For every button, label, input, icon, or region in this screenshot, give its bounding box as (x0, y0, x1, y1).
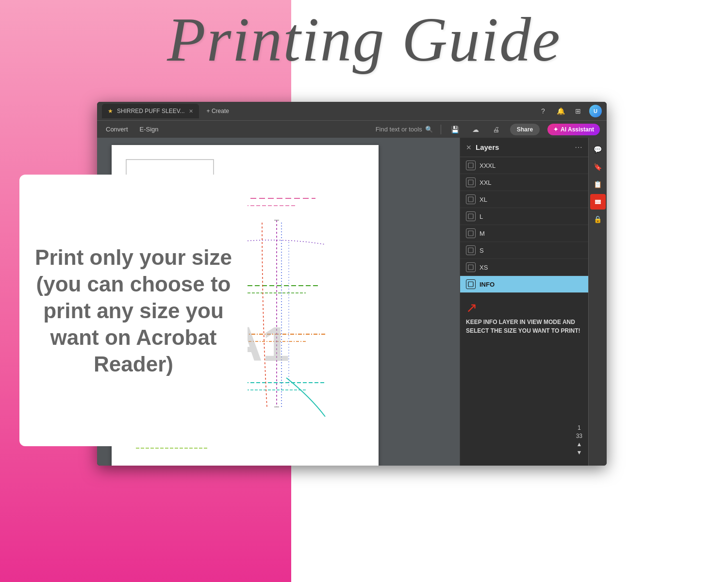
layers-panel: ✕ Layers ⋯ XXXL XXL (460, 138, 588, 466)
svg-rect-26 (595, 203, 601, 204)
layer-name-xxxl: XXXL (480, 162, 496, 169)
print-icon[interactable]: 🖨 (490, 123, 502, 136)
esign-button[interactable]: E-Sign (138, 125, 161, 134)
copy-icon[interactable]: 📋 (590, 177, 606, 192)
info-card: Print only your size (you can choose to … (19, 175, 248, 446)
layer-name-xs: XS (480, 264, 488, 271)
layer-item-l[interactable]: L (460, 208, 588, 225)
tab-close-icon[interactable]: ✕ (189, 108, 193, 114)
search-icon[interactable]: 🔍 (425, 126, 433, 133)
layer-item-xxxl[interactable]: XXXL (460, 157, 588, 174)
layer-name-xl: XL (480, 196, 487, 203)
svg-rect-23 (468, 282, 473, 287)
layer-name-info: INFO (480, 281, 495, 288)
save-icon[interactable]: 💾 (449, 123, 462, 136)
total-pages: 33 (576, 433, 582, 439)
page-up-icon[interactable]: ▲ (576, 441, 582, 448)
ai-icon: ✦ (553, 126, 558, 133)
layer-visibility-icon-m[interactable] (466, 228, 476, 238)
info-box: ↗ KEEP INFO LAYER IN VIEW MODE AND SELEC… (460, 293, 588, 342)
arrow-icon: ↗ (466, 300, 582, 316)
layers-header: ✕ Layers ⋯ (460, 138, 588, 157)
notifications-icon[interactable]: 🔔 (554, 105, 567, 117)
layer-item-xl[interactable]: XL (460, 191, 588, 208)
layer-name-l: L (480, 213, 483, 220)
toolbar: Convert E-Sign Find text or tools 🔍 💾 ☁ … (97, 120, 607, 138)
layers-more-button[interactable]: ⋯ (575, 143, 582, 152)
svg-rect-22 (468, 265, 473, 270)
layer-visibility-icon-info[interactable] (466, 279, 476, 289)
layer-item-m[interactable]: M (460, 225, 588, 242)
user-avatar[interactable]: U (589, 105, 602, 117)
layer-visibility-icon-xxl[interactable] (466, 178, 476, 187)
comment-icon[interactable]: 💬 (590, 142, 606, 157)
right-icon-sidebar: 💬 🔖 📋 🔒 (588, 138, 607, 466)
page-navigation: 1 33 ▲ ▼ (576, 424, 582, 456)
layers-icon[interactable] (590, 194, 606, 210)
info-instruction-text: KEEP INFO LAYER IN VIEW MODE AND SELECT … (466, 318, 582, 335)
active-tab[interactable]: ★ SHIRRED PUFF SLEEV... ✕ (102, 104, 199, 118)
ai-label: AI Assistant (561, 126, 594, 133)
page-title: Printing Guide (167, 4, 561, 74)
layers-close-button[interactable]: ✕ (466, 144, 472, 151)
tab-star-icon: ★ (108, 108, 113, 114)
layers-list-panel: ✕ Layers ⋯ XXXL XXL (460, 138, 588, 466)
ai-assistant-button[interactable]: ✦ AI Assistant (547, 124, 600, 135)
layer-name-m: M (480, 230, 485, 237)
layers-title: Layers (476, 143, 571, 151)
convert-button[interactable]: Convert (104, 125, 130, 134)
bookmark-icon[interactable]: 🔖 (590, 159, 606, 175)
layer-visibility-icon-l[interactable] (466, 211, 476, 221)
cloud-icon[interactable]: ☁ (469, 123, 482, 136)
layer-item-xxl[interactable]: XXL (460, 174, 588, 191)
title-area: Printing Guide (97, 5, 631, 74)
share-button[interactable]: Share (510, 124, 540, 135)
title-bar-right: ? 🔔 ⊞ U (537, 105, 602, 117)
svg-rect-18 (468, 197, 473, 202)
layer-visibility-icon-xxxl[interactable] (466, 161, 476, 170)
svg-rect-17 (468, 180, 473, 185)
page-down-icon[interactable]: ▼ (576, 449, 582, 456)
svg-rect-20 (468, 231, 473, 236)
layer-visibility-icon-s[interactable] (466, 245, 476, 255)
search-text[interactable]: Find text or tools (376, 126, 422, 133)
apps-icon[interactable]: ⊞ (572, 105, 584, 117)
current-page[interactable]: 1 (578, 424, 581, 431)
help-icon[interactable]: ? (537, 105, 549, 117)
title-bar: ★ SHIRRED PUFF SLEEV... ✕ + Create ? 🔔 ⊞… (97, 102, 607, 120)
layer-visibility-icon-xl[interactable] (466, 194, 476, 204)
layer-name-xxl: XXL (480, 179, 492, 186)
tab-title: SHIRRED PUFF SLEEV... (117, 108, 185, 114)
tab-add-label: + Create (207, 108, 229, 114)
svg-rect-24 (595, 200, 601, 201)
svg-rect-21 (468, 248, 473, 253)
search-area: Find text or tools 🔍 (376, 126, 433, 133)
layer-item-s[interactable]: S (460, 242, 588, 259)
layer-item-xs[interactable]: XS (460, 259, 588, 276)
layer-item-info[interactable]: INFO (460, 276, 588, 293)
layer-visibility-icon-xs[interactable] (466, 262, 476, 272)
new-tab-button[interactable]: + Create (203, 106, 233, 116)
layer-name-s: S (480, 247, 484, 254)
svg-rect-16 (468, 163, 473, 168)
lock-icon[interactable]: 🔒 (590, 211, 606, 227)
toolbar-divider (441, 125, 441, 134)
info-card-text: Print only your size (you can choose to … (34, 244, 233, 377)
svg-rect-25 (595, 201, 601, 203)
svg-rect-19 (468, 214, 473, 219)
